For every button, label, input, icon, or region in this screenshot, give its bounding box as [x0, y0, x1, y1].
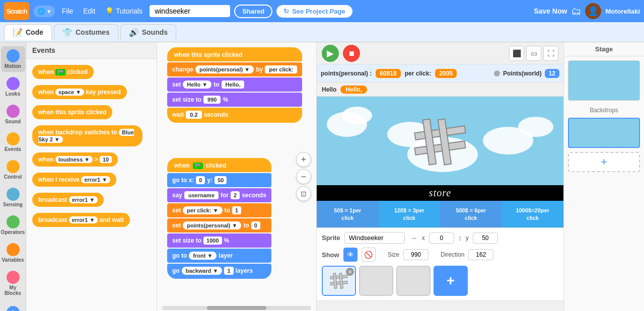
sidebar-item-myblocks[interactable]: My Blocks: [1, 268, 25, 299]
project-name-input[interactable]: [150, 5, 230, 17]
hat-flag-clicked[interactable]: when 🏁 clicked: [167, 158, 271, 172]
main-area: Motion Looks Sound Events Control Sensin…: [0, 42, 644, 311]
sidebar-label-looks: Looks: [6, 91, 20, 97]
block-set-hello[interactable]: set Hello ▼ to Hello,: [167, 77, 302, 92]
size-input[interactable]: [403, 249, 428, 260]
stage-normal-view[interactable]: ⬛: [509, 46, 524, 61]
sprite-name-input[interactable]: [344, 232, 405, 244]
x-input[interactable]: [429, 232, 454, 244]
username-label: Motorellaki: [605, 8, 640, 15]
block-set-points[interactable]: set points(personal) ▼ to 0: [167, 218, 271, 232]
world-dot: [494, 70, 500, 76]
stage-side-preview[interactable]: [568, 60, 640, 101]
stage-display[interactable]: store 50$ = 1perclick 120$ = 3perclick 5…: [317, 97, 563, 227]
stage-side-panel: Stage Backdrops +: [563, 42, 644, 311]
block-sprite-clicked[interactable]: when this sprite clicked: [32, 105, 112, 119]
direction-input[interactable]: [468, 249, 493, 260]
sidebar-item-operators[interactable]: Operators: [1, 212, 25, 238]
scripts-area[interactable]: when this sprite clicked change points(p…: [157, 42, 317, 311]
block-set-size-1000[interactable]: set size to 1000 %: [167, 234, 271, 248]
script-group-2: when 🏁 clicked go to x: 0 y: 50 say user…: [167, 158, 271, 279]
tab-sounds[interactable]: 🔊 Sounds: [120, 24, 176, 40]
y-input[interactable]: [473, 232, 498, 244]
green-flag-button[interactable]: ▶: [322, 45, 339, 62]
store-btn-1[interactable]: 50$ = 1perclick: [317, 201, 379, 227]
block-when-clicked[interactable]: when 🏁 clicked: [32, 65, 94, 79]
block-wait[interactable]: wait 0.2 seconds: [167, 108, 302, 123]
tab-code[interactable]: 📝 Code: [4, 24, 52, 40]
block-set-size-990[interactable]: set size to 990 %: [167, 93, 302, 107]
store-buttons-row: 50$ = 1perclick 120$ = 3perclick 500$ = …: [317, 201, 563, 227]
block-say[interactable]: say username for 2 seconds: [167, 188, 271, 202]
scripts-scrollbar[interactable]: [162, 306, 311, 310]
sidebar-item-add[interactable]: +: [1, 303, 25, 311]
hat-sprite-clicked[interactable]: when this sprite clicked: [167, 47, 302, 61]
file-menu[interactable]: File: [59, 5, 77, 17]
block-loudness[interactable]: when loudness ▼ > 10: [32, 152, 118, 167]
save-now-button[interactable]: Save Now: [534, 7, 567, 15]
add-backdrop-button[interactable]: +: [568, 152, 640, 172]
sprite-info-row-2: Show 👁 🚫 Size Direction: [322, 248, 558, 262]
sidebar-item-motion[interactable]: Motion: [1, 46, 25, 72]
stage-view-buttons: ⬛ ▭ ⛶: [509, 46, 558, 61]
per-click-label: per click:: [405, 70, 432, 77]
scripts-scrollbar-thumb: [207, 306, 266, 310]
sidebar-item-sensing[interactable]: Sensing: [1, 185, 25, 210]
windseeker-sprite[interactable]: [410, 114, 470, 172]
zoom-reset-button[interactable]: ⊡: [296, 186, 311, 201]
operators-dot: [7, 215, 20, 228]
tab-costumes[interactable]: 👕 Costumes: [54, 24, 118, 40]
sidebar-label-motion: Motion: [5, 63, 21, 69]
sprite-thumb-delete[interactable]: ✕: [346, 268, 354, 276]
sidebar-item-looks[interactable]: Looks: [1, 74, 25, 100]
sprite-thumb-3[interactable]: [396, 266, 431, 296]
zoom-in-button[interactable]: +: [296, 152, 311, 167]
sidebar-item-variables[interactable]: Variables: [1, 240, 25, 266]
y-label: y: [466, 235, 469, 242]
tabs-bar: 📝 Code 👕 Costumes 🔊 Sounds: [0, 22, 644, 42]
block-backdrop-switches[interactable]: when backdrop switches to Blue Sky 2 ▼: [32, 125, 142, 146]
store-btn-4[interactable]: 1000$=20perclick: [502, 201, 564, 227]
sprite-thumb-2[interactable]: [359, 266, 393, 296]
sprite-label: Sprite: [322, 234, 340, 242]
block-row-1: when 🏁 clicked: [30, 63, 153, 81]
stage-controls: ▶ ⏹: [322, 45, 360, 62]
avatar[interactable]: 👤: [585, 3, 601, 19]
size-label: Size: [388, 251, 399, 258]
block-change-points[interactable]: change points(personal) ▼ by per click:: [167, 62, 302, 76]
see-project-button[interactable]: ↻See Project Page: [276, 5, 352, 18]
myblocks-dot: [7, 271, 20, 284]
scratch-logo[interactable]: Scratch: [4, 2, 29, 20]
block-key-pressed[interactable]: when space ▼ key pressed: [32, 85, 127, 99]
sidebar-item-events[interactable]: Events: [1, 129, 25, 155]
block-go-backward[interactable]: go backward ▼ 1 layers: [167, 264, 271, 279]
shared-button[interactable]: Shared: [234, 5, 272, 18]
zoom-out-button[interactable]: −: [296, 169, 311, 184]
block-goto-xy[interactable]: go to x: 0 y: 50: [167, 173, 271, 187]
block-broadcast-wait[interactable]: broadcast error1 ▼ and wait: [32, 213, 130, 227]
sidebar-item-sound[interactable]: Sound: [1, 102, 25, 127]
backdrop-thumb[interactable]: [568, 118, 640, 148]
stage-wide-view[interactable]: ▭: [526, 46, 541, 61]
points-world-label: Points(world): [503, 70, 542, 77]
block-goto-front[interactable]: go to front ▼ layer: [167, 249, 271, 263]
cloud-4: [518, 117, 553, 137]
folder-icon-button[interactable]: 🗂: [571, 6, 581, 17]
globe-button[interactable]: 🌐 ▾: [33, 6, 55, 17]
edit-menu[interactable]: Edit: [80, 5, 98, 17]
show-visible-button[interactable]: 👁: [343, 248, 357, 262]
show-hidden-button[interactable]: 🚫: [362, 248, 376, 262]
sidebar-item-control[interactable]: Control: [1, 157, 25, 183]
topbar: Scratch 🌐 ▾ File Edit 💡 Tutorials Shared…: [0, 0, 644, 22]
block-set-perclick[interactable]: set per click: ▼ to 1: [167, 203, 271, 217]
block-receive[interactable]: when I receive error1 ▼: [32, 173, 116, 187]
tutorials-menu[interactable]: 💡 Tutorials: [102, 5, 146, 17]
stop-button[interactable]: ⏹: [343, 45, 360, 62]
sensing-dot: [7, 188, 20, 201]
stage-fullscreen-view[interactable]: ⛶: [543, 46, 558, 61]
store-btn-2[interactable]: 120$ = 3perclick: [379, 201, 441, 227]
add-sprite-button[interactable]: +: [434, 266, 468, 296]
block-broadcast[interactable]: broadcast error1 ▼: [32, 193, 104, 207]
sprite-thumb-windseeker[interactable]: ✕: [322, 266, 356, 296]
store-btn-3[interactable]: 500$ = 6perclick: [440, 201, 502, 227]
